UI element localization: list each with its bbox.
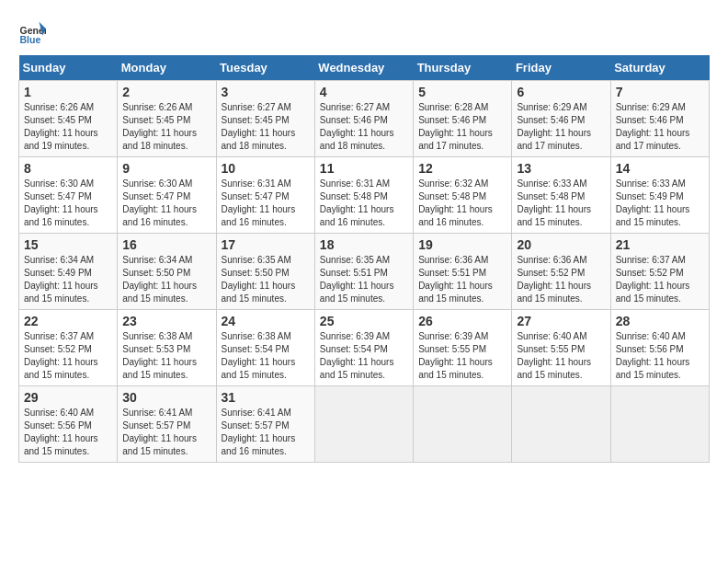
day-cell: 8 Sunrise: 6:30 AMSunset: 5:47 PMDayligh… xyxy=(19,157,118,234)
day-number: 3 xyxy=(222,85,310,99)
day-info: Sunrise: 6:40 AMSunset: 5:56 PMDaylight:… xyxy=(616,331,690,380)
day-info: Sunrise: 6:39 AMSunset: 5:55 PMDaylight:… xyxy=(418,331,493,380)
day-info: Sunrise: 6:35 AMSunset: 5:50 PMDaylight:… xyxy=(222,255,296,304)
day-number: 16 xyxy=(122,237,210,252)
day-info: Sunrise: 6:33 AMSunset: 5:49 PMDaylight:… xyxy=(616,178,690,227)
day-info: Sunrise: 6:38 AMSunset: 5:53 PMDaylight:… xyxy=(122,331,197,380)
day-cell: 30 Sunrise: 6:41 AMSunset: 5:57 PMDaylig… xyxy=(118,386,216,463)
day-info: Sunrise: 6:28 AMSunset: 5:46 PMDaylight:… xyxy=(418,102,493,151)
day-info: Sunrise: 6:38 AMSunset: 5:54 PMDaylight:… xyxy=(222,331,296,380)
day-info: Sunrise: 6:40 AMSunset: 5:56 PMDaylight:… xyxy=(24,408,98,456)
day-info: Sunrise: 6:41 AMSunset: 5:57 PMDaylight:… xyxy=(122,408,197,456)
day-info: Sunrise: 6:29 AMSunset: 5:46 PMDaylight:… xyxy=(616,102,690,151)
col-header-thursday: Thursday xyxy=(414,55,512,81)
day-info: Sunrise: 6:29 AMSunset: 5:46 PMDaylight:… xyxy=(517,102,591,151)
day-cell xyxy=(512,386,610,463)
day-number: 18 xyxy=(320,237,408,252)
day-info: Sunrise: 6:34 AMSunset: 5:49 PMDaylight:… xyxy=(24,255,98,304)
day-info: Sunrise: 6:30 AMSunset: 5:47 PMDaylight:… xyxy=(122,178,197,227)
week-row-3: 15 Sunrise: 6:34 AMSunset: 5:49 PMDaylig… xyxy=(19,234,710,310)
week-row-2: 8 Sunrise: 6:30 AMSunset: 5:47 PMDayligh… xyxy=(19,157,710,234)
day-number: 7 xyxy=(616,85,704,99)
logo: General Blue xyxy=(18,18,46,46)
day-cell: 28 Sunrise: 6:40 AMSunset: 5:56 PMDaylig… xyxy=(610,310,709,386)
day-number: 26 xyxy=(418,314,506,328)
day-cell: 31 Sunrise: 6:41 AMSunset: 5:57 PMDaylig… xyxy=(216,386,314,463)
day-info: Sunrise: 6:36 AMSunset: 5:52 PMDaylight:… xyxy=(517,255,591,304)
day-info: Sunrise: 6:33 AMSunset: 5:48 PMDaylight:… xyxy=(517,178,591,227)
week-row-5: 29 Sunrise: 6:40 AMSunset: 5:56 PMDaylig… xyxy=(19,386,710,463)
day-cell: 10 Sunrise: 6:31 AMSunset: 5:47 PMDaylig… xyxy=(216,157,314,234)
day-number: 21 xyxy=(616,237,704,252)
day-cell: 23 Sunrise: 6:38 AMSunset: 5:53 PMDaylig… xyxy=(118,310,216,386)
day-number: 25 xyxy=(320,314,408,328)
day-number: 6 xyxy=(517,85,605,99)
day-number: 14 xyxy=(616,161,704,176)
day-number: 8 xyxy=(24,161,112,176)
day-number: 24 xyxy=(222,314,310,328)
day-cell: 18 Sunrise: 6:35 AMSunset: 5:51 PMDaylig… xyxy=(314,234,413,310)
day-info: Sunrise: 6:26 AMSunset: 5:45 PMDaylight:… xyxy=(122,102,197,151)
day-info: Sunrise: 6:26 AMSunset: 5:45 PMDaylight:… xyxy=(24,102,98,151)
day-number: 23 xyxy=(122,314,210,328)
day-number: 29 xyxy=(24,390,112,405)
day-number: 13 xyxy=(517,161,605,176)
day-number: 20 xyxy=(517,237,605,252)
day-cell: 17 Sunrise: 6:35 AMSunset: 5:50 PMDaylig… xyxy=(216,234,314,310)
day-cell: 14 Sunrise: 6:33 AMSunset: 5:49 PMDaylig… xyxy=(610,157,709,234)
header: General Blue xyxy=(18,18,710,46)
day-number: 19 xyxy=(418,237,506,252)
day-cell: 20 Sunrise: 6:36 AMSunset: 5:52 PMDaylig… xyxy=(512,234,610,310)
day-info: Sunrise: 6:37 AMSunset: 5:52 PMDaylight:… xyxy=(616,255,690,304)
day-number: 12 xyxy=(418,161,506,176)
day-cell: 12 Sunrise: 6:32 AMSunset: 5:48 PMDaylig… xyxy=(414,157,512,234)
col-header-sunday: Sunday xyxy=(19,55,118,81)
day-number: 28 xyxy=(616,314,704,328)
day-cell xyxy=(314,386,413,463)
day-info: Sunrise: 6:32 AMSunset: 5:48 PMDaylight:… xyxy=(418,178,493,227)
day-info: Sunrise: 6:39 AMSunset: 5:54 PMDaylight:… xyxy=(320,331,394,380)
day-cell: 6 Sunrise: 6:29 AMSunset: 5:46 PMDayligh… xyxy=(512,81,610,157)
day-number: 11 xyxy=(320,161,408,176)
day-cell: 9 Sunrise: 6:30 AMSunset: 5:47 PMDayligh… xyxy=(118,157,216,234)
day-cell: 2 Sunrise: 6:26 AMSunset: 5:45 PMDayligh… xyxy=(118,81,216,157)
day-cell: 21 Sunrise: 6:37 AMSunset: 5:52 PMDaylig… xyxy=(610,234,709,310)
col-header-tuesday: Tuesday xyxy=(216,55,314,81)
day-number: 22 xyxy=(24,314,112,328)
day-number: 31 xyxy=(222,390,310,405)
day-cell: 15 Sunrise: 6:34 AMSunset: 5:49 PMDaylig… xyxy=(19,234,118,310)
day-cell: 24 Sunrise: 6:38 AMSunset: 5:54 PMDaylig… xyxy=(216,310,314,386)
day-cell: 25 Sunrise: 6:39 AMSunset: 5:54 PMDaylig… xyxy=(314,310,413,386)
day-cell: 26 Sunrise: 6:39 AMSunset: 5:55 PMDaylig… xyxy=(414,310,512,386)
day-info: Sunrise: 6:27 AMSunset: 5:46 PMDaylight:… xyxy=(320,102,394,151)
day-info: Sunrise: 6:31 AMSunset: 5:47 PMDaylight:… xyxy=(222,178,296,227)
svg-text:Blue: Blue xyxy=(20,34,41,45)
day-info: Sunrise: 6:34 AMSunset: 5:50 PMDaylight:… xyxy=(122,255,197,304)
day-number: 30 xyxy=(122,390,210,405)
day-cell: 13 Sunrise: 6:33 AMSunset: 5:48 PMDaylig… xyxy=(512,157,610,234)
week-row-1: 1 Sunrise: 6:26 AMSunset: 5:45 PMDayligh… xyxy=(19,81,710,157)
day-number: 9 xyxy=(122,161,210,176)
day-number: 2 xyxy=(122,85,210,99)
day-number: 27 xyxy=(517,314,605,328)
col-header-wednesday: Wednesday xyxy=(314,55,413,81)
calendar-table: SundayMondayTuesdayWednesdayThursdayFrid… xyxy=(18,55,710,463)
day-number: 5 xyxy=(418,85,506,99)
day-cell: 27 Sunrise: 6:40 AMSunset: 5:55 PMDaylig… xyxy=(512,310,610,386)
col-header-friday: Friday xyxy=(512,55,610,81)
day-info: Sunrise: 6:35 AMSunset: 5:51 PMDaylight:… xyxy=(320,255,394,304)
day-cell: 11 Sunrise: 6:31 AMSunset: 5:48 PMDaylig… xyxy=(314,157,413,234)
week-row-4: 22 Sunrise: 6:37 AMSunset: 5:52 PMDaylig… xyxy=(19,310,710,386)
day-cell: 5 Sunrise: 6:28 AMSunset: 5:46 PMDayligh… xyxy=(414,81,512,157)
day-cell: 1 Sunrise: 6:26 AMSunset: 5:45 PMDayligh… xyxy=(19,81,118,157)
day-cell: 19 Sunrise: 6:36 AMSunset: 5:51 PMDaylig… xyxy=(414,234,512,310)
day-cell xyxy=(414,386,512,463)
day-number: 10 xyxy=(222,161,310,176)
day-info: Sunrise: 6:30 AMSunset: 5:47 PMDaylight:… xyxy=(24,178,98,227)
col-header-monday: Monday xyxy=(118,55,216,81)
day-cell: 16 Sunrise: 6:34 AMSunset: 5:50 PMDaylig… xyxy=(118,234,216,310)
day-info: Sunrise: 6:41 AMSunset: 5:57 PMDaylight:… xyxy=(222,408,296,456)
day-cell: 3 Sunrise: 6:27 AMSunset: 5:45 PMDayligh… xyxy=(216,81,314,157)
day-cell: 29 Sunrise: 6:40 AMSunset: 5:56 PMDaylig… xyxy=(19,386,118,463)
logo-icon: General Blue xyxy=(18,18,46,46)
